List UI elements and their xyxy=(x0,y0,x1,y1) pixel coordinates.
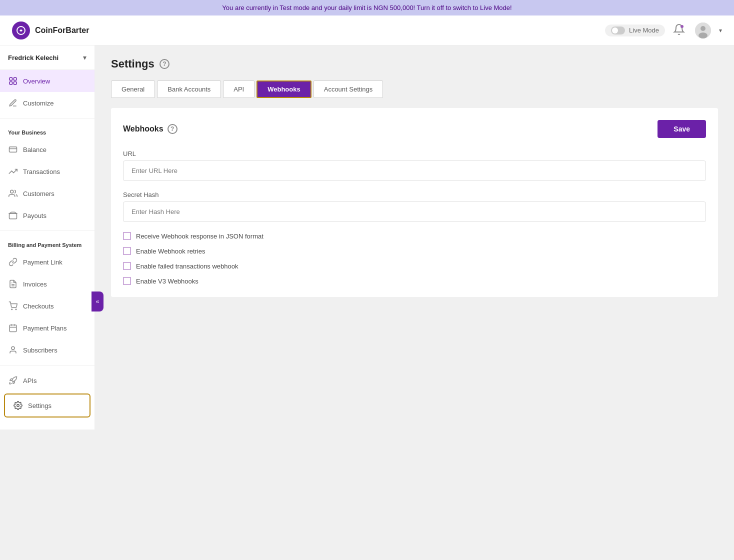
svg-point-22 xyxy=(17,404,20,407)
toggle-switch[interactable] xyxy=(611,26,625,34)
live-mode-toggle[interactable]: Live Mode xyxy=(605,24,665,36)
checkbox-failed-txn-label: Enable failed transactions webhook xyxy=(136,262,238,270)
checkbox-json-format-input[interactable] xyxy=(123,232,131,240)
url-label: URL xyxy=(123,150,706,158)
tab-account-settings[interactable]: Account Settings xyxy=(314,80,384,98)
page-title: Settings xyxy=(111,58,154,70)
tab-bank-accounts[interactable]: Bank Accounts xyxy=(157,80,221,98)
sidebar-item-apis[interactable]: APIs xyxy=(0,370,94,392)
live-mode-label: Live Mode xyxy=(629,26,659,34)
svg-rect-12 xyxy=(10,214,17,219)
tab-general[interactable]: General xyxy=(111,80,155,98)
webhooks-help-icon[interactable]: ? xyxy=(168,124,178,134)
svg-rect-7 xyxy=(10,82,12,84)
url-form-group: URL xyxy=(123,150,706,181)
webhooks-card: Webhooks ? Save URL Secret Hash xyxy=(111,108,718,297)
checkbox-failed-txn[interactable]: Enable failed transactions webhook xyxy=(123,262,706,270)
sidebar-item-payment-link[interactable]: Payment Link xyxy=(0,251,94,273)
customers-icon xyxy=(8,188,18,198)
user-menu-chevron-icon[interactable]: ▾ xyxy=(719,27,722,34)
subscribers-icon xyxy=(8,345,18,355)
sidebar-item-label: Customers xyxy=(23,190,54,198)
page-title-area: Settings ? xyxy=(111,58,718,70)
hash-form-group: Secret Hash xyxy=(123,191,706,222)
top-banner: You are currently in Test mode and your … xyxy=(0,0,734,16)
hash-input[interactable] xyxy=(123,202,706,222)
svg-rect-8 xyxy=(14,82,16,84)
svg-rect-9 xyxy=(10,147,17,152)
sidebar-user[interactable]: Fredrick Kelechi ▾ xyxy=(0,46,94,70)
sidebar-divider-1 xyxy=(0,118,94,118)
sidebar-item-overview[interactable]: Overview xyxy=(0,70,94,92)
card-header: Webhooks ? Save xyxy=(123,120,706,138)
svg-rect-6 xyxy=(14,78,16,80)
sidebar-user-chevron-icon[interactable]: ▾ xyxy=(83,54,86,62)
webhook-checkboxes: Receive Webhook response in JSON format … xyxy=(123,232,706,285)
url-input[interactable] xyxy=(123,160,706,181)
svg-point-1 xyxy=(680,25,684,28)
sidebar-item-subscribers[interactable]: Subscribers xyxy=(0,339,94,361)
banner-text: You are currently in Test mode and your … xyxy=(222,4,512,12)
logo-icon xyxy=(12,22,30,40)
checkouts-icon xyxy=(8,301,18,311)
svg-rect-17 xyxy=(10,325,16,332)
balance-icon xyxy=(8,144,18,154)
checkbox-json-format-label: Receive Webhook response in JSON format xyxy=(136,232,264,240)
sidebar-wrapper: Fredrick Kelechi ▾ Overview xyxy=(0,46,95,558)
sidebar-item-label: Payouts xyxy=(23,212,46,220)
save-button[interactable]: Save xyxy=(658,120,706,138)
app-layout: Fredrick Kelechi ▾ Overview xyxy=(0,46,734,558)
svg-rect-5 xyxy=(10,78,12,80)
checkbox-retries-label: Enable Webhook retries xyxy=(136,248,206,255)
section-your-business: Your Business xyxy=(0,122,94,138)
svg-point-16 xyxy=(16,309,16,310)
checkbox-v3-webhooks-label: Enable V3 Webhooks xyxy=(136,278,198,285)
sidebar-item-balance[interactable]: Balance xyxy=(0,138,94,160)
checkbox-v3-webhooks[interactable]: Enable V3 Webhooks xyxy=(123,277,706,285)
settings-help-icon[interactable]: ? xyxy=(160,59,170,69)
logo-area: CoinForBarter xyxy=(12,22,89,40)
header-right: Live Mode ▾ xyxy=(605,22,722,38)
sidebar-item-payouts[interactable]: Payouts xyxy=(0,204,94,226)
sidebar-item-transactions[interactable]: Transactions xyxy=(0,160,94,182)
sidebar-collapse-button[interactable]: « xyxy=(92,292,104,312)
transactions-icon xyxy=(8,166,18,176)
hash-label: Secret Hash xyxy=(123,191,706,198)
svg-point-11 xyxy=(10,190,14,193)
avatar[interactable] xyxy=(695,22,711,38)
sidebar-item-customize[interactable]: Customize xyxy=(0,92,94,114)
sidebar-item-settings[interactable]: Settings xyxy=(4,394,90,418)
sidebar-divider-3 xyxy=(0,365,94,366)
settings-icon xyxy=(13,400,23,410)
checkbox-v3-webhooks-input[interactable] xyxy=(123,277,131,285)
sidebar-item-label: Transactions xyxy=(23,168,60,176)
collapse-icon: « xyxy=(96,298,100,305)
sidebar-item-label: Payment Plans xyxy=(23,324,66,332)
checkbox-failed-txn-input[interactable] xyxy=(123,262,131,270)
checkbox-retries[interactable]: Enable Webhook retries xyxy=(123,247,706,255)
svg-point-3 xyxy=(700,26,706,31)
logo-text: CoinForBarter xyxy=(35,26,89,35)
payouts-icon xyxy=(8,210,18,220)
sidebar-item-customers[interactable]: Customers xyxy=(0,182,94,204)
settings-tabs: General Bank Accounts API Webhooks Accou… xyxy=(111,80,718,98)
notification-bell-icon[interactable] xyxy=(673,24,687,38)
header: CoinForBarter Live Mode ▾ xyxy=(0,16,734,46)
checkbox-retries-input[interactable] xyxy=(123,247,131,255)
tab-api[interactable]: API xyxy=(223,80,254,98)
checkbox-json-format[interactable]: Receive Webhook response in JSON format xyxy=(123,232,706,240)
sidebar-item-checkouts[interactable]: Checkouts xyxy=(0,295,94,317)
sidebar-item-payment-plans[interactable]: Payment Plans xyxy=(0,317,94,339)
sidebar-item-label: Payment Link xyxy=(23,258,62,266)
sidebar-item-label: Subscribers xyxy=(23,346,58,354)
tab-webhooks[interactable]: Webhooks xyxy=(256,80,312,98)
customize-icon xyxy=(8,98,18,108)
sidebar-item-invoices[interactable]: Invoices xyxy=(0,273,94,295)
sidebar-item-label: APIs xyxy=(23,377,36,384)
payment-plans-icon xyxy=(8,323,18,333)
sidebar-user-name: Fredrick Kelechi xyxy=(8,54,58,62)
sidebar: Fredrick Kelechi ▾ Overview xyxy=(0,46,95,430)
apis-icon xyxy=(8,376,18,386)
invoices-icon xyxy=(8,279,18,289)
svg-point-21 xyxy=(12,346,14,350)
